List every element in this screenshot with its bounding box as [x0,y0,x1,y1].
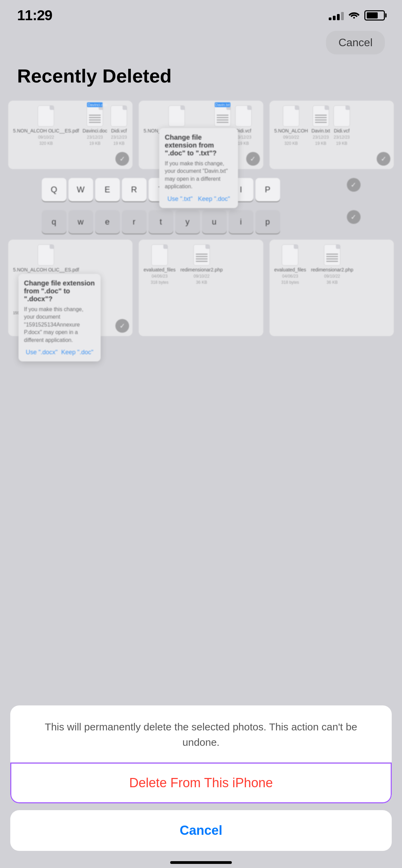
file-icon-eval2 [282,244,298,266]
files-row-2: 5.NON_ALCOH OLIC__ES.pdf 09/10/22 320 KB… [8,240,394,336]
signal-icon [329,11,344,20]
card4-check: ✓ [115,319,129,333]
key-Q: Q [42,178,66,201]
key-E: E [95,178,120,201]
keyboard-row-lower-area: q w e r t y u i p ✓ [8,207,394,236]
card1-check: ✓ [115,152,129,166]
file-icon-doc1: Davinci.doc [87,105,103,127]
key-u: u [202,210,227,233]
card3-check: ✓ [377,152,390,166]
file-icon-pdf3 [283,105,299,127]
use-docx-button[interactable]: Use ".docx" [26,349,58,356]
files-row-1: 5.NON_ALCOH OLIC__ES.pdf 09/10/22 320 KB… [8,101,394,169]
key-i: i [229,210,253,233]
file-card-4: 5.NON_ALCOH OLIC__ES.pdf 09/10/22 320 KB… [8,240,133,336]
key-e: e [95,210,120,233]
key-t: t [149,210,173,233]
key-y: y [175,210,200,233]
keep-doc-button-2[interactable]: Keep ".doc" [61,349,93,356]
file-card-2: 5.NON_ALCOH OLIC__ES.pdf 09/10/22 320 KB… [139,101,263,169]
key-q: q [42,210,66,233]
file-icon-txt2: Davin.txt [214,105,231,127]
key-w: w [68,210,93,233]
wifi-icon [349,10,360,21]
home-indicator [170,861,232,864]
status-icons: 70 [329,10,385,21]
header: Cancel [0,27,402,58]
keyboard-row-lower: q w e r t y u i p [42,210,280,233]
keyboard-check-badge: ✓ [347,178,361,192]
key-W: W [68,178,93,201]
action-sheet-message: This will permanently delete the selecte… [10,705,392,763]
action-cancel-button[interactable]: Cancel [10,810,392,851]
svg-point-0 [353,17,355,18]
tooltip-doc-to-docx: Change file extension from ".doc" to ".d… [18,274,101,361]
battery-icon: 70 [364,10,385,21]
card2-check: ✓ [246,152,260,166]
file-icon-php2 [324,244,340,266]
status-bar: 11:29 70 [0,0,402,27]
cancel-top-button[interactable]: Cancel [326,31,385,54]
files-section: 5.NON_ALCOH OLIC__ES.pdf 09/10/22 320 KB… [0,97,402,346]
key-p: p [255,210,280,233]
file-icon-eval1 [151,244,168,266]
file-icon-pdf1 [38,105,54,127]
file-icon-vcf3 [334,105,350,127]
file-icon-pdf4 [38,244,54,266]
file-icon-txt3 [313,105,329,127]
action-sheet-cancel-card: Cancel [10,810,392,851]
key-R: R [122,178,147,201]
file-card-3: 5.NON_ALCOH 09/10/22 320 KB Davin.txt 23… [269,101,394,169]
action-sheet-main: This will permanently delete the selecte… [10,705,392,803]
action-sheet: This will permanently delete the selecte… [0,705,402,868]
page-title: Recently Deleted [0,58,402,97]
file-icon-php1 [193,244,210,266]
file-icon-vcf2 [235,105,252,127]
file-icon-vcf1 [111,105,127,127]
key-P: P [255,178,280,201]
file-card-eval1: evaluated_files 04/06/23 318 bytes redim… [139,240,263,336]
keyboard-check-badge-2: ✓ [347,210,361,224]
file-card-eval2: evaluated_files 04/06/23 318 bytes redim… [269,240,394,336]
status-time: 11:29 [17,7,52,24]
keep-doc-button[interactable]: Keep ".doc" [198,195,230,203]
tooltip-doc-to-txt: Change file extension from ".doc" to ".t… [159,128,238,208]
delete-iphone-button[interactable]: Delete From This iPhone [10,763,392,803]
file-card-1: 5.NON_ALCOH OLIC__ES.pdf 09/10/22 320 KB… [8,101,133,169]
file-icon-pdf2 [168,105,185,127]
use-txt-button[interactable]: Use ".txt" [167,195,193,203]
key-r: r [122,210,147,233]
